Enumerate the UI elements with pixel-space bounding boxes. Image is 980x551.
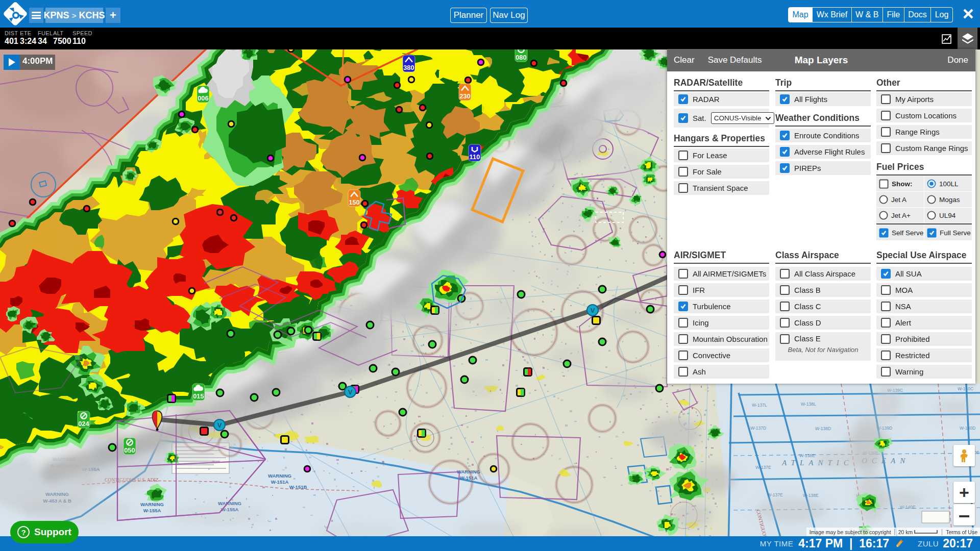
- svg-text:W-138L: W-138L: [801, 402, 816, 407]
- svg-text:W-151A: W-151A: [460, 475, 478, 481]
- svg-text:V: V: [591, 307, 595, 314]
- svg-text:WARNING: WARNING: [268, 473, 291, 479]
- svg-text:024: 024: [78, 420, 89, 428]
- svg-text:150: 150: [349, 198, 360, 206]
- svg-text:110: 110: [470, 153, 480, 161]
- svg-text:W-140C: W-140C: [958, 386, 973, 391]
- svg-text:WARNING: WARNING: [140, 502, 164, 507]
- svg-text:015: 015: [193, 392, 204, 400]
- svg-text:006: 006: [198, 94, 209, 102]
- svg-text:380: 380: [403, 64, 414, 71]
- svg-text:W-138D: W-138D: [815, 426, 831, 431]
- svg-text:230: 230: [459, 92, 471, 100]
- svg-text:W-138E: W-138E: [799, 453, 815, 458]
- svg-text:W-137E: W-137E: [767, 492, 783, 497]
- svg-text:080: 080: [516, 54, 527, 61]
- svg-text:V: V: [217, 421, 222, 429]
- svg-text:W-137D: W-137D: [750, 425, 766, 431]
- svg-text:W-137L: W-137L: [752, 403, 767, 408]
- svg-text:W-138E: W-138E: [803, 493, 819, 498]
- svg-text:W-151B: W-151B: [289, 484, 307, 490]
- svg-text:W-140D: W-140D: [960, 425, 975, 431]
- svg-text:W-155A: W-155A: [143, 508, 161, 513]
- svg-text:W-137E: W-137E: [755, 465, 771, 470]
- svg-text:V: V: [348, 388, 353, 396]
- svg-text:050: 050: [124, 446, 135, 454]
